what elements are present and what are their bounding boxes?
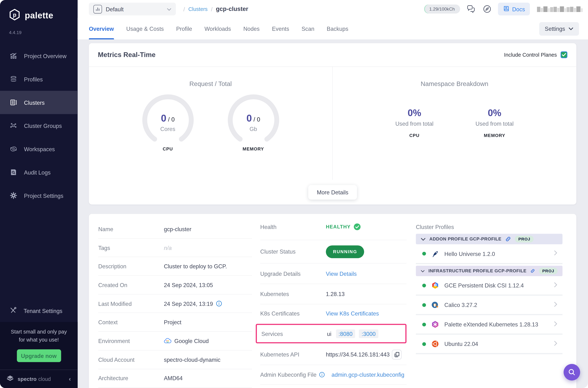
infrastructure-profile-header[interactable]: INFRASTRUCTURE PROFILE GCP-PROFILE PROJ	[416, 266, 562, 276]
cpu-unit-label: Cores	[138, 126, 198, 132]
view-k8s-certificates-link[interactable]: View K8s Certificates	[326, 310, 379, 316]
info-icon[interactable]	[216, 301, 222, 307]
detail-row-architecture: Architecture AMD64	[98, 369, 252, 388]
admin-kubeconfig-link[interactable]: admin.gcp-cluster.kubeconfig	[332, 371, 404, 378]
sidebar-item-tenant-settings[interactable]: Tenant Settings	[0, 300, 78, 322]
detail-row-kubernetes-api: Kubernetes API https://34.54.126.181:443	[260, 344, 407, 365]
sidebar-item-label: Clusters	[24, 99, 45, 106]
profile-item-hello-universe[interactable]: Hello Universe 1.2.0	[416, 244, 562, 264]
addon-profile-header[interactable]: ADDON PROFILE GCP-PROFILE PROJ	[416, 234, 562, 244]
compass-icon[interactable]	[482, 4, 492, 14]
profile-item-palette-extended-kubernetes[interactable]: Palette eXtended Kubernetes 1.28.13	[416, 315, 562, 335]
profile-item-name: Hello Universe 1.2.0	[444, 250, 495, 257]
cluster-tabs-bar: Overview Usage & Costs Profile Workloads…	[78, 18, 588, 39]
details-middle-column: Health HEALTHY Cluster Status RUNNING Up…	[260, 214, 407, 388]
tab-workloads[interactable]: Workloads	[204, 18, 231, 39]
status-dot	[422, 252, 426, 256]
settings-button[interactable]: Settings	[539, 22, 579, 36]
tab-nodes[interactable]: Nodes	[243, 18, 260, 39]
usage-credits-pill: 1.29/100kCh	[424, 4, 460, 13]
book-icon	[503, 5, 510, 13]
detail-value: 24 Sep 2024, 13:05	[164, 282, 213, 288]
detail-label: Cloud Account	[98, 356, 164, 363]
promo-message-line1: Start small and only pay	[4, 328, 73, 336]
detail-label: Services	[261, 330, 327, 337]
copy-button[interactable]	[392, 350, 402, 359]
detail-label: Upgrade Details	[260, 270, 326, 277]
sidebar-item-project-overview[interactable]: Project Overview	[0, 44, 78, 68]
project-selector[interactable]: Default	[89, 2, 176, 15]
profile-item-calico[interactable]: Calico 3.27.2	[416, 296, 562, 315]
profile-item-name: Ubuntu 22.04	[444, 341, 478, 347]
search-icon	[568, 368, 576, 376]
tab-events[interactable]: Events	[272, 18, 289, 39]
service-port-8080-link[interactable]: :8080	[336, 329, 355, 338]
sidebar-item-audit-logs[interactable]: Audit Logs	[0, 161, 78, 184]
status-dot	[422, 283, 426, 287]
brand-name: palette	[25, 10, 53, 21]
chat-icon[interactable]	[466, 4, 476, 14]
profile-item-gce-persistent-disk[interactable]: GCE Persistent Disk CSI 1.12.4	[416, 276, 562, 296]
sidebar: p palette 4.4.19 Project Overview	[0, 0, 78, 388]
service-port-3000-link[interactable]: :3000	[359, 329, 378, 338]
tab-scan[interactable]: Scan	[301, 18, 314, 39]
chevron-right-icon	[554, 340, 557, 347]
cpu-metric-label: CPU	[395, 133, 434, 138]
tools-icon	[9, 306, 17, 315]
chevron-right-icon	[554, 301, 557, 308]
collapse-sidebar-chevron[interactable]: ‹	[69, 376, 71, 382]
detail-value: Google Cloud	[174, 338, 209, 344]
metrics-realtime-card: Metrics Real-Time Include Control Planes…	[89, 43, 576, 205]
tab-usage-costs[interactable]: Usage & Costs	[126, 18, 164, 39]
redacted-username[interactable]	[537, 6, 583, 12]
breadcrumb-clusters-link[interactable]: Clusters	[188, 6, 207, 12]
kubernetes-api-value: https://34.54.126.181:443	[326, 351, 390, 358]
spectro-cloud-logo-icon	[6, 374, 14, 384]
tab-backups[interactable]: Backups	[327, 18, 348, 39]
memory-request-value: 0	[247, 113, 252, 124]
detail-label: Cluster Status	[260, 248, 326, 255]
info-icon[interactable]	[319, 372, 325, 377]
pxk-hexagon-icon	[431, 320, 439, 329]
sidebar-item-profiles[interactable]: Profiles	[0, 68, 78, 91]
detail-label: Name	[98, 226, 164, 232]
sidebar-item-label: Tenant Settings	[24, 308, 63, 314]
detail-label: Kubernetes	[260, 291, 326, 297]
view-details-link[interactable]: View Details	[326, 270, 357, 277]
namespace-breakdown-panel: Namespace Breakdown 0% Used from total C…	[333, 67, 576, 180]
sidebar-item-project-settings[interactable]: Project Settings	[0, 184, 78, 207]
memory-percent-value: 0%	[475, 107, 514, 118]
tab-profile[interactable]: Profile	[176, 18, 192, 39]
profile-item-ubuntu[interactable]: Ubuntu 22.04	[416, 335, 562, 354]
gce-hexagon-icon	[431, 281, 439, 290]
chart-icon	[9, 52, 18, 60]
detail-label: Architecture	[98, 375, 164, 381]
namespace-cpu-stat: 0% Used from total CPU	[395, 107, 434, 138]
detail-row-cluster-status: Cluster Status RUNNING	[260, 240, 407, 263]
upgrade-now-button[interactable]: Upgrade now	[17, 349, 61, 362]
status-dot	[422, 342, 426, 346]
detail-value: AMD64	[164, 375, 182, 381]
orbit-icon	[9, 145, 18, 153]
more-details-button[interactable]: More Details	[308, 185, 357, 199]
request-total-panel: Request / Total 0 / 0	[89, 67, 333, 180]
running-status-badge: RUNNING	[326, 245, 364, 258]
sidebar-item-workspaces[interactable]: Workspaces	[0, 137, 78, 161]
memory-metric-label: MEMORY	[243, 146, 264, 151]
memory-metric-label: MEMORY	[475, 133, 514, 138]
check-circle-icon	[354, 223, 361, 230]
sidebar-item-clusters[interactable]: Clusters	[0, 91, 78, 114]
layers-icon	[9, 75, 18, 83]
svg-text:p: p	[13, 12, 16, 18]
ubuntu-logo-icon	[431, 340, 439, 348]
detail-row-last-modified: Last Modified 24 Sep 2024, 13:19	[98, 294, 252, 313]
sidebar-item-label: Profiles	[24, 76, 43, 82]
docs-button[interactable]: Docs	[498, 2, 530, 15]
profile-item-name: GCE Persistent Disk CSI 1.12.4	[444, 282, 524, 289]
details-left-column: Name gcp-cluster Tags n/a Description Cl…	[98, 214, 252, 388]
palette-logo-icon: p	[8, 8, 21, 23]
tab-overview[interactable]: Overview	[89, 18, 114, 39]
include-control-planes-checkbox[interactable]	[561, 51, 567, 58]
floating-search-button[interactable]	[564, 364, 580, 381]
sidebar-item-cluster-groups[interactable]: Cluster Groups	[0, 114, 78, 137]
